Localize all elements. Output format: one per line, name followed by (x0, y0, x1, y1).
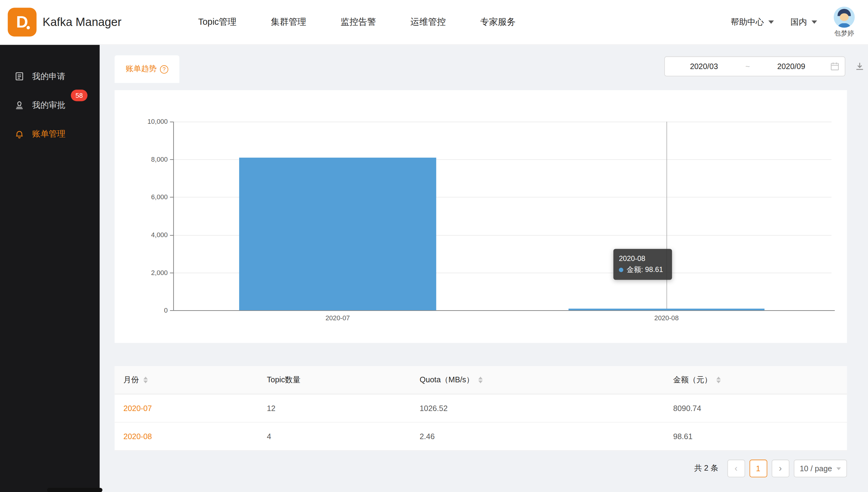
pagination: 共 2 条 ‹ 1 › 10 / page (694, 459, 847, 478)
date-separator: ~ (743, 62, 752, 71)
app-logo[interactable]: D (8, 8, 37, 36)
sidebar-item-my-applications[interactable]: 我的申请 (0, 62, 100, 91)
clipboard-icon (15, 71, 24, 81)
chevron-down-icon (812, 21, 817, 24)
date-end-value[interactable]: 2020/09 (752, 62, 830, 71)
date-start-value[interactable]: 2020/03 (665, 62, 743, 71)
help-center-menu[interactable]: 帮助中心 (731, 17, 774, 27)
tooltip-title: 2020-08 (619, 253, 646, 264)
sidebar: 我的申请 我的审批 58 账单管理 (0, 44, 100, 492)
column-label: 金额（元） (673, 375, 712, 385)
tab-bill-trend-label: 账单趋势 (126, 64, 157, 74)
y-axis-line (173, 122, 174, 310)
user-menu[interactable]: 包梦婷 (834, 6, 855, 38)
y-axis-tick (170, 197, 173, 197)
x-tick-label: 2020-08 (633, 314, 700, 322)
column-quota: Quota（MB/s） (411, 375, 664, 385)
nav-topic-management[interactable]: Topic管理 (198, 16, 237, 28)
page-size-select[interactable]: 10 / page (794, 460, 847, 477)
nav-monitor-alert[interactable]: 监控告警 (341, 16, 376, 28)
prev-page-button[interactable]: ‹ (727, 460, 745, 477)
sidebar-item-my-approvals[interactable]: 我的审批 58 (0, 91, 100, 120)
total-count-text: 共 2 条 (694, 464, 719, 474)
horizontal-scrollbar-thumb[interactable] (47, 488, 102, 492)
main-nav: Topic管理 集群管理 监控告警 运维管控 专家服务 (198, 0, 516, 44)
sidebar-item-label: 我的审批 (32, 100, 66, 110)
column-topic-count: Topic数量 (258, 375, 411, 385)
next-page-button[interactable]: › (771, 460, 789, 477)
download-icon[interactable] (854, 61, 865, 72)
tooltip-value: 金额: 98.61 (627, 264, 663, 275)
y-tick-label: 6,000 (115, 193, 168, 201)
tab-bill-trend[interactable]: 账单趋势 ? (115, 55, 180, 83)
main-content: 账单趋势 ? 2020/03 ~ 2020/09 0 2,000 4,000 6… (100, 44, 868, 492)
y-axis-tick (170, 310, 173, 311)
column-label: 月份 (123, 375, 139, 385)
sort-carets-icon[interactable] (478, 377, 483, 384)
table-row: 2020-07 12 1026.52 8090.74 (115, 394, 847, 422)
sort-carets-icon[interactable] (716, 377, 721, 384)
bell-icon (15, 129, 24, 139)
approvals-count-badge: 58 (71, 90, 88, 101)
column-amount: 金额（元） (664, 375, 847, 385)
app-title: Kafka Manager (43, 0, 121, 44)
chevron-down-icon (837, 467, 841, 470)
header-right: 帮助中心 国内 包梦婷 (731, 0, 854, 44)
table-row: 2020-08 4 2.46 98.61 (115, 423, 847, 451)
amount-cell: 98.61 (664, 432, 847, 441)
sort-carets-icon[interactable] (143, 377, 148, 384)
page-1-button[interactable]: 1 (749, 460, 767, 477)
chart-tooltip: 2020-08 金额: 98.61 (613, 249, 672, 279)
nav-ops-control[interactable]: 运维管控 (410, 16, 446, 28)
quota-cell: 1026.52 (411, 404, 664, 413)
column-label: Topic数量 (267, 375, 300, 385)
table-header-row: 月份 Topic数量 Quota（MB/s） 金额（元） (115, 366, 847, 394)
y-axis-tick (170, 122, 173, 122)
avatar-face (840, 13, 849, 21)
region-label: 国内 (791, 17, 807, 27)
user-name: 包梦婷 (835, 28, 854, 38)
column-label: Quota（MB/s） (420, 375, 474, 385)
app-root: D Kafka Manager Topic管理 集群管理 监控告警 运维管控 专… (0, 0, 868, 492)
bar-2020-08[interactable] (568, 308, 765, 310)
y-tick-label: 10,000 (115, 117, 168, 126)
y-axis-tick (170, 235, 173, 236)
question-circle-icon[interactable]: ? (160, 65, 168, 73)
sidebar-item-label: 账单管理 (32, 129, 66, 139)
page-size-value: 10 / page (800, 464, 832, 473)
billing-table: 月份 Topic数量 Quota（MB/s） 金额（元） 2020-07 12 (115, 366, 847, 451)
stamp-icon (15, 100, 24, 110)
column-month: 月份 (115, 375, 258, 385)
grid-line (173, 122, 831, 122)
y-axis-tick (170, 273, 173, 273)
month-link[interactable]: 2020-07 (123, 404, 152, 413)
logo-letter: D (16, 13, 28, 32)
y-axis-tick (170, 159, 173, 160)
sidebar-item-label: 我的申请 (32, 71, 66, 81)
month-link[interactable]: 2020-08 (123, 432, 152, 441)
x-tick-label: 2020-07 (304, 314, 371, 322)
nav-expert-service[interactable]: 专家服务 (480, 16, 516, 28)
quota-cell: 2.46 (411, 432, 664, 441)
region-menu[interactable]: 国内 (791, 17, 817, 27)
y-tick-label: 8,000 (115, 155, 168, 164)
x-axis-line (173, 310, 835, 311)
amount-cell: 8090.74 (664, 404, 847, 413)
date-range-picker[interactable]: 2020/03 ~ 2020/09 (664, 56, 845, 76)
sidebar-item-billing-management[interactable]: 账单管理 (0, 120, 100, 148)
top-header: D Kafka Manager Topic管理 集群管理 监控告警 运维管控 专… (0, 0, 868, 45)
nav-cluster-management[interactable]: 集群管理 (271, 16, 306, 28)
avatar (834, 6, 855, 27)
series-dot-icon (619, 268, 623, 272)
crosshair-line (666, 122, 667, 310)
chart-panel: 0 2,000 4,000 6,000 8,000 10,000 (115, 90, 847, 343)
calendar-icon (830, 62, 839, 71)
topic-count-cell: 4 (258, 432, 411, 441)
y-tick-label: 4,000 (115, 231, 168, 240)
bar-2020-07[interactable] (239, 158, 436, 310)
help-center-label: 帮助中心 (731, 17, 764, 27)
topic-count-cell: 12 (258, 404, 411, 413)
logo-dot (27, 26, 30, 29)
y-tick-label: 0 (115, 306, 168, 315)
y-tick-label: 2,000 (115, 268, 168, 277)
